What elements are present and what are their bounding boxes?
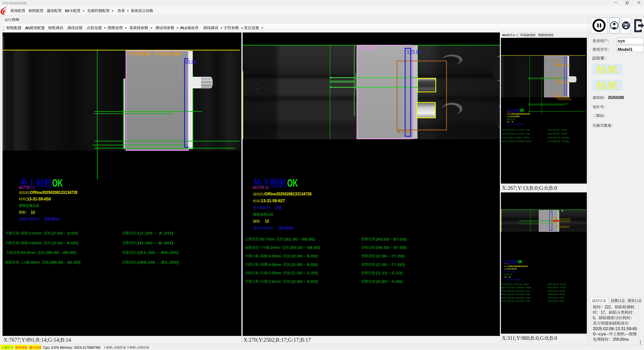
- svg-text:-: -: [506, 287, 507, 288]
- svg-text:258.00ms: 258.00ms: [517, 123, 523, 125]
- svg-text::(81.00 - 85.00): :(81.00 - 85.00): [136, 250, 179, 255]
- svg-text:=4.38mm: =4.38mm: [267, 262, 281, 267]
- svg-text:AI: AI: [358, 46, 363, 51]
- svg-text:85.88: 85.88: [185, 59, 196, 65]
- svg-text:=4.60mm: =4.60mm: [28, 241, 42, 245]
- svg-text:2025:02:08-13:31:59:65: 2025:02:08-13:31:59:65: [593, 327, 637, 331]
- svg-text::0: :0: [264, 186, 269, 190]
- svg-text:X:7677;Y:891;R:14;G:14;B:14: X:7677;Y:891;R:14;G:14;B:14: [4, 337, 71, 343]
- svg-text::(93.00 - 98.00): :(93.00 - 98.00): [288, 245, 320, 250]
- svg-text:=90.56mm: =90.56mm: [24, 260, 40, 264]
- svg-text:IO: IO: [65, 9, 69, 13]
- svg-text:AI: AI: [260, 205, 264, 210]
- svg-text::(93.00 - 98.00): :(93.00 - 98.00): [518, 287, 531, 288]
- svg-text::(2.00 - 77.00): :(2.00 - 77.00): [375, 262, 405, 267]
- svg-text:NG: NG: [19, 186, 23, 190]
- svg-text:Model1: Model1: [618, 47, 633, 52]
- svg-text::(2.20 - 3.20): :(2.20 - 3.20): [552, 129, 567, 131]
- svg-text:=83.05mm: =83.05mm: [507, 137, 513, 138]
- svg-text:183.00ms: 183.00ms: [278, 226, 294, 230]
- svg-text:13: 13: [31, 210, 35, 215]
- svg-text::(81.00 - 85.00): :(81.00 - 85.00): [552, 137, 569, 138]
- svg-text::13-31-59-650: :13-31-59-650: [509, 116, 520, 117]
- svg-text:=2.61mm: =2.61mm: [510, 300, 515, 302]
- svg-text::(80.00 - 86.00): :(80.00 - 86.00): [517, 137, 529, 138]
- svg-text:--: --: [625, 332, 629, 336]
- svg-text:-: -: [506, 293, 507, 295]
- svg-text:=2.61mm: =2.61mm: [267, 279, 281, 284]
- svg-text:X:311;Y:980;R:0;G:0;B:0: X:311;Y:980;R:0;G:0;B:0: [502, 335, 557, 341]
- svg-text::(82.00 - 88.00): :(82.00 - 88.00): [283, 237, 315, 241]
- svg-text:PLC: PLC: [180, 26, 187, 30]
- svg-text::0: :0: [508, 263, 510, 265]
- svg-text::(94.00 - 97.00): :(94.00 - 97.00): [375, 245, 406, 250]
- svg-text:-: -: [259, 279, 261, 284]
- svg-text::(88.00 - 92.00): :(88.00 - 92.00): [49, 260, 80, 264]
- svg-text:=1.90mm: =1.90mm: [267, 271, 281, 275]
- svg-text::Offline20250208133134728: :Offline20250208133134728: [29, 190, 78, 195]
- svg-text::1: :1: [511, 111, 513, 113]
- svg-text::(1.00 - 2.20): :(1.00 - 2.20): [290, 271, 318, 275]
- svg-text:OK: OK: [518, 259, 522, 264]
- svg-text:13: 13: [265, 219, 269, 223]
- svg-text:X:267;Y:13;R:0;G:0;B:0: X:267;Y:13;R:0;G:0;B:0: [502, 185, 557, 191]
- svg-text:165: 165: [513, 271, 516, 272]
- svg-text:-: -: [259, 245, 261, 250]
- svg-text:-: -: [259, 254, 261, 258]
- svg-text:-: -: [506, 290, 507, 292]
- svg-text:=1.90mm: =1.90mm: [510, 297, 515, 299]
- svg-text:Cpu: 0.0% Memory: 3424.41796: Cpu: 0.0% Memory: 3424.41796875M: [43, 345, 100, 349]
- svg-text:NG: NG: [253, 186, 257, 190]
- svg-text::Offline20250208133134728: :Offline20250208133134728: [511, 113, 530, 115]
- svg-text::(89.00 - 91.00): :(89.00 - 91.00): [552, 141, 569, 142]
- svg-text:=4.38mm: =4.38mm: [510, 290, 515, 292]
- svg-text:=95.24mm: =95.24mm: [508, 287, 515, 288]
- svg-text::(83.00 - 87.00): :(83.00 - 87.00): [553, 283, 566, 285]
- svg-text:=4.38mm: =4.38mm: [510, 293, 515, 295]
- svg-text:13: 13: [509, 276, 510, 278]
- svg-text:-: -: [506, 300, 507, 302]
- svg-text:OK: OK: [52, 177, 63, 189]
- svg-text:258.00ms: 258.00ms: [613, 337, 629, 341]
- svg-text::(2.00 - 77.00): :(2.00 - 77.00): [553, 290, 565, 292]
- svg-text:OK: OK: [287, 177, 298, 189]
- svg-text::(0.00 - 9.00): :(0.00 - 9.00): [519, 293, 530, 295]
- svg-text:-: -: [19, 260, 21, 264]
- svg-text:-: -: [19, 231, 21, 235]
- svg-text:=90.56mm: =90.56mm: [509, 141, 515, 142]
- svg-text:CYS-: CYS-: [3, 2, 9, 5]
- svg-text:NG: NG: [504, 263, 506, 265]
- svg-text:=2.91mm: =2.91mm: [510, 129, 516, 131]
- svg-text::(0.60 - 4.00): :(0.60 - 4.00): [375, 279, 403, 284]
- svg-text:AI: AI: [507, 271, 508, 272]
- svg-text::Offline20250208133134728: :Offline20250208133134728: [508, 265, 528, 267]
- svg-text::Offline20250208133134728: :Offline20250208133134728: [263, 192, 312, 196]
- svg-text::(1.10 - 2.10): :(1.10 - 2.10): [553, 297, 564, 299]
- svg-text:165: 165: [276, 205, 281, 210]
- svg-text::(2.00 - 77.00): :(2.00 - 77.00): [553, 293, 565, 295]
- svg-text:=95.24mm: =95.24mm: [264, 245, 280, 250]
- svg-text:-: -: [259, 262, 261, 267]
- svg-text::(2.20 - 3.20): :(2.20 - 3.20): [136, 231, 173, 235]
- svg-text::(2.00 - 3.50): :(2.00 - 3.50): [519, 129, 530, 131]
- svg-text::13-31-59-627: :13-31-59-627: [260, 198, 285, 203]
- svg-text::: :: [136, 346, 137, 349]
- svg-text::(0.60 - 4.00): :(0.60 - 4.00): [519, 300, 530, 302]
- svg-text:=2.91mm: =2.91mm: [28, 231, 42, 235]
- svg-text:0: 0: [593, 316, 595, 320]
- svg-text::(1.10 - 2.10): :(1.10 - 2.10): [375, 271, 403, 275]
- svg-text:OK: OK: [520, 108, 524, 113]
- svg-text:17: 17: [601, 310, 605, 314]
- svg-text::13-31-59-650: :13-31-59-650: [26, 197, 51, 201]
- svg-text:-: -: [507, 129, 508, 131]
- svg-text::(0.60 - 4.00): :(0.60 - 4.00): [290, 279, 318, 284]
- svg-text::(94.00 - 97.00): :(94.00 - 97.00): [553, 287, 566, 288]
- svg-text::(0.00 - 9.00): :(0.00 - 9.00): [290, 254, 318, 258]
- svg-text::(0.00 - 9.00): :(0.00 - 9.00): [519, 290, 530, 292]
- svg-text:=83.05mm: =83.05mm: [20, 250, 36, 255]
- svg-text::(3.00 - 6.00): :(3.00 - 6.00): [50, 241, 78, 245]
- svg-text:X:270;Y:2502;R:17;G:17;B:17: X:270;Y:2502;R:17;G:17;B:17: [243, 337, 311, 343]
- svg-text:222: 222: [605, 305, 611, 309]
- svg-text::: :: [113, 346, 114, 349]
- svg-text::1: :1: [30, 186, 35, 190]
